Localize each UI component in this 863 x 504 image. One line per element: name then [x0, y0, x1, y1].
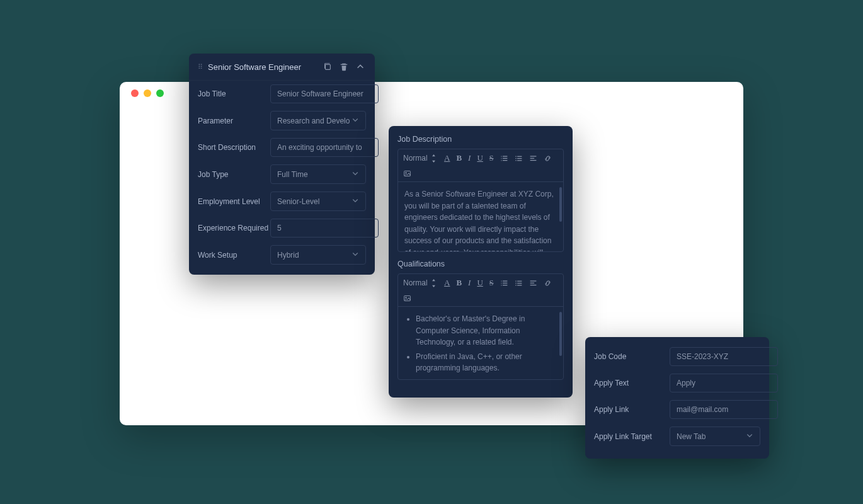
apply-config-panel: Job Code Apply Text Apply Link Apply Lin…	[585, 337, 769, 459]
svg-point-5	[515, 159, 517, 161]
svg-rect-15	[517, 282, 522, 283]
job-code-label: Job Code	[594, 352, 670, 361]
align-icon[interactable]	[529, 154, 537, 163]
svg-point-16	[515, 284, 517, 285]
svg-point-22	[406, 297, 407, 298]
job-title-row: Job Title	[189, 81, 375, 107]
apply-link-input[interactable]	[670, 400, 778, 419]
bold-icon[interactable]: B	[456, 278, 462, 288]
apply-text-label: Apply Text	[594, 379, 670, 387]
panel-header: ⠿ Senior Software Engineer	[189, 54, 375, 81]
apply-target-row: Apply Link Target New Tab	[594, 423, 760, 450]
panel-title: Senior Software Engineer	[208, 62, 317, 72]
chevron-down-icon	[351, 116, 359, 125]
bold-icon[interactable]: B	[456, 153, 462, 163]
job-desc-label: Job Description	[397, 135, 564, 144]
experience-input[interactable]	[270, 219, 379, 238]
job-desc-text: As a Senior Software Engineer at XYZ Cor…	[404, 190, 554, 251]
svg-rect-19	[530, 282, 534, 283]
ordered-list-icon[interactable]	[500, 279, 508, 287]
svg-rect-13	[517, 280, 522, 281]
svg-rect-8	[530, 158, 534, 158]
image-icon[interactable]	[403, 294, 411, 302]
apply-link-row: Apply Link	[594, 396, 760, 423]
apply-link-label: Apply Link	[594, 405, 670, 414]
qualifications-editor: Normal A B I U S Bachelor's or Master's …	[397, 273, 564, 380]
italic-icon[interactable]: I	[468, 153, 471, 163]
chevron-down-icon	[351, 197, 359, 206]
svg-point-11	[406, 172, 407, 173]
link-icon[interactable]	[544, 279, 552, 287]
job-code-row: Job Code	[594, 343, 760, 370]
strike-icon[interactable]: S	[489, 278, 494, 288]
chevron-down-icon	[351, 169, 359, 179]
italic-icon[interactable]: I	[468, 278, 471, 288]
parameter-label: Parameter	[198, 117, 270, 125]
svg-point-12	[515, 280, 517, 282]
parameter-select[interactable]: Research and Develo	[270, 111, 366, 130]
qualifications-body[interactable]: Bachelor's or Master's Degree in Compute…	[398, 307, 563, 379]
scrollbar[interactable]	[559, 312, 562, 356]
image-icon[interactable]	[403, 169, 411, 178]
link-icon[interactable]	[544, 154, 552, 163]
emp-level-value: Senior-Level	[277, 197, 319, 206]
list-item: Bachelor's or Master's Degree in Compute…	[416, 313, 557, 348]
list-item: Proficient in Java, C++, or other progra…	[416, 351, 557, 374]
experience-label: Experience Required	[198, 224, 270, 232]
short-desc-row: Short Description	[189, 134, 375, 161]
parameter-row: Parameter Research and Develo	[189, 107, 375, 134]
unordered-list-icon[interactable]	[515, 279, 523, 287]
emp-level-select[interactable]: Senior-Level	[270, 192, 366, 211]
svg-rect-9	[530, 159, 536, 160]
format-dropdown[interactable]: Normal	[403, 154, 438, 163]
svg-rect-17	[517, 285, 522, 285]
svg-point-14	[515, 282, 517, 284]
unordered-list-icon[interactable]	[515, 154, 523, 163]
apply-text-input[interactable]	[670, 374, 778, 392]
emp-level-row: Employment Level Senior-Level	[189, 188, 375, 215]
job-desc-body[interactable]: As a Senior Software Engineer at XYZ Cor…	[398, 182, 563, 251]
svg-rect-7	[530, 156, 536, 156]
work-setup-value: Hybrid	[277, 251, 299, 260]
job-type-value: Full Time	[277, 170, 308, 179]
job-title-input[interactable]	[270, 84, 379, 103]
window-maximize-icon[interactable]	[156, 89, 164, 97]
list-item: Strong understanding of software develop…	[416, 377, 557, 379]
job-code-input[interactable]	[670, 347, 778, 366]
description-panel: Job Description Normal A B I U S As a Se…	[389, 126, 573, 398]
job-config-panel: ⠿ Senior Software Engineer Job Title Par…	[189, 54, 375, 275]
collapse-icon[interactable]	[355, 61, 366, 72]
scrollbar[interactable]	[559, 187, 562, 222]
job-type-select[interactable]: Full Time	[270, 164, 366, 184]
experience-row: Experience Required	[189, 215, 375, 241]
window-minimize-icon[interactable]	[144, 89, 151, 97]
duplicate-icon[interactable]	[322, 61, 333, 72]
svg-point-1	[515, 156, 517, 157]
job-desc-editor: Normal A B I U S As a Senior Software En…	[397, 149, 564, 252]
format-dropdown[interactable]: Normal	[403, 278, 438, 287]
job-type-row: Job Type Full Time	[189, 161, 375, 188]
chevron-down-icon	[746, 432, 753, 441]
underline-icon[interactable]: U	[477, 278, 483, 288]
short-desc-input[interactable]	[270, 138, 379, 157]
short-desc-label: Short Description	[198, 143, 270, 152]
ordered-list-icon[interactable]	[500, 154, 508, 163]
svg-rect-0	[326, 65, 331, 70]
drag-handle-icon[interactable]: ⠿	[198, 63, 203, 71]
underline-icon[interactable]: U	[477, 153, 483, 163]
svg-rect-2	[517, 156, 522, 156]
work-setup-select[interactable]: Hybrid	[270, 245, 366, 265]
svg-rect-6	[517, 160, 522, 161]
text-color-icon[interactable]: A	[444, 153, 450, 163]
parameter-value: Research and Develo	[277, 117, 350, 125]
delete-icon[interactable]	[338, 61, 350, 72]
text-color-icon[interactable]: A	[444, 278, 450, 288]
qualifications-label: Qualifications	[397, 260, 564, 268]
svg-rect-20	[530, 284, 536, 285]
strike-icon[interactable]: S	[489, 154, 494, 163]
work-setup-row: Work Setup Hybrid	[189, 241, 375, 268]
svg-point-3	[515, 158, 517, 159]
align-icon[interactable]	[529, 279, 537, 287]
window-close-icon[interactable]	[131, 89, 139, 97]
apply-target-select[interactable]: New Tab	[670, 427, 760, 446]
